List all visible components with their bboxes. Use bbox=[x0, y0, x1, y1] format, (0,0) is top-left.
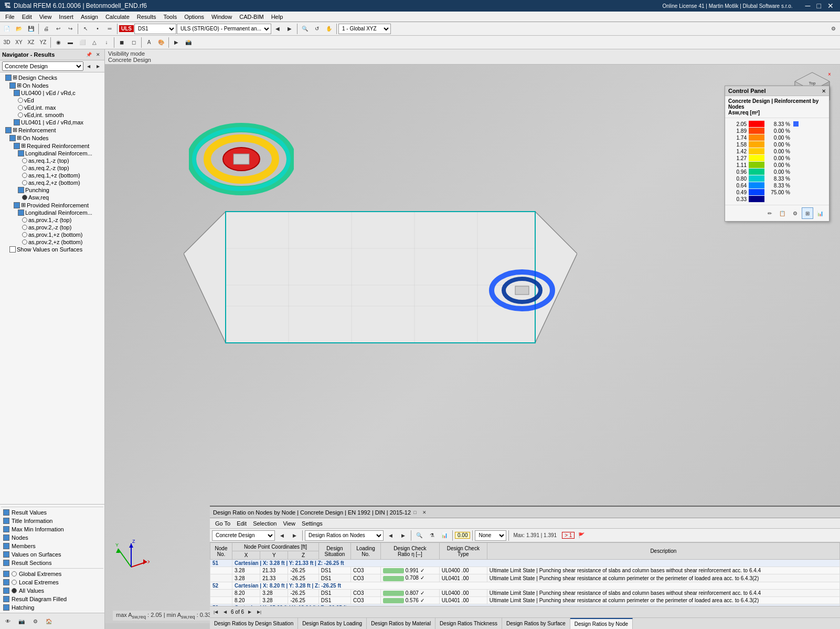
nav-category-select[interactable]: Concrete Design bbox=[2, 61, 83, 71]
select-btn[interactable]: ↖ bbox=[80, 23, 91, 35]
tree-ul0401[interactable]: UL0401 | vEd / vRd,max bbox=[1, 119, 103, 126]
results-zoom-btn[interactable]: 🔍 bbox=[413, 530, 425, 541]
show-loads-btn[interactable]: ↓ bbox=[101, 37, 112, 48]
check-nodes[interactable] bbox=[3, 534, 9, 541]
nav-next-btn[interactable]: ▶ bbox=[94, 62, 102, 70]
check-global-extremes[interactable] bbox=[3, 571, 9, 577]
page-last-btn[interactable]: ▶| bbox=[256, 609, 263, 616]
tree-asreq1-bot[interactable]: as,req.1,+z (bottom) bbox=[1, 172, 103, 179]
show-nodes-btn[interactable]: ◉ bbox=[52, 37, 64, 48]
nav-local-extremes[interactable]: Local Extremes bbox=[1, 578, 103, 586]
radio-local-extremes[interactable] bbox=[12, 580, 17, 585]
results-table-wrap[interactable]: NodeNo. Node Point Coordinates [ft] Desi… bbox=[210, 542, 840, 606]
tree-long-reinf-2[interactable]: Longitudinal Reinforcem... bbox=[1, 209, 103, 216]
view-xz-btn[interactable]: XZ bbox=[25, 37, 37, 48]
menu-file[interactable]: File bbox=[2, 13, 18, 20]
results-view-prev-btn[interactable]: ◀ bbox=[385, 530, 396, 541]
tree-check-on-nodes-1[interactable] bbox=[9, 82, 16, 89]
tree-check-provided-reinf[interactable] bbox=[14, 202, 20, 208]
color-btn[interactable]: 🎨 bbox=[155, 37, 167, 48]
view-3d-btn[interactable]: 3D bbox=[1, 37, 13, 48]
results-close-btn[interactable]: ✕ bbox=[420, 508, 429, 517]
tree-radio-asprov2-top[interactable] bbox=[22, 225, 27, 230]
tree-radio-asreq1-bot[interactable] bbox=[22, 173, 27, 178]
render-btn[interactable]: ◼ bbox=[116, 37, 127, 48]
page-next-btn[interactable]: ▶ bbox=[246, 609, 253, 616]
tab-design-ratios-node[interactable]: Design Ratios by Node bbox=[570, 618, 633, 629]
tab-design-ratios-loading[interactable]: Design Ratios by Loading bbox=[298, 618, 367, 629]
nav-all-values[interactable]: All Values bbox=[1, 586, 103, 595]
new-btn[interactable]: 📄 bbox=[1, 23, 13, 35]
title-bar-controls[interactable]: ─ □ ✕ bbox=[803, 2, 836, 10]
nav-members[interactable]: Members bbox=[1, 542, 103, 550]
tree-check-long-reinf-1[interactable] bbox=[18, 150, 24, 156]
tree-check-design-checks[interactable] bbox=[5, 75, 12, 81]
tree-check-on-nodes-2[interactable] bbox=[9, 135, 16, 141]
tree-check-show-values[interactable] bbox=[9, 246, 16, 253]
tree-ved-int-smooth[interactable]: vEd,int. smooth bbox=[1, 111, 103, 119]
tree-required-reinf[interactable]: ⊞ Required Reinforcement bbox=[1, 142, 103, 150]
nav-result-values[interactable]: Result Values bbox=[1, 508, 103, 517]
tree-radio-asreq1-top[interactable] bbox=[22, 158, 27, 163]
menu-cadbim[interactable]: CAD-BIM bbox=[236, 13, 267, 20]
tree-asreq1-top[interactable]: as,req.1,-z (top) bbox=[1, 157, 103, 164]
maximize-button[interactable]: □ bbox=[815, 2, 823, 10]
cp-close-btn[interactable]: ✕ bbox=[822, 88, 826, 94]
tree-check-punching[interactable] bbox=[18, 187, 24, 193]
check-maxmin-info[interactable] bbox=[3, 526, 9, 532]
cp-table-btn[interactable]: ⊞ bbox=[802, 207, 813, 219]
member-btn[interactable]: ═ bbox=[104, 23, 115, 35]
results-chart-btn[interactable]: 📊 bbox=[439, 530, 450, 541]
check-hatching[interactable] bbox=[3, 604, 9, 611]
results-design-select[interactable]: Concrete Design bbox=[212, 530, 275, 541]
save-btn[interactable]: 💾 bbox=[25, 23, 37, 35]
tab-design-ratios-material[interactable]: Design Ratios by Material bbox=[367, 618, 435, 629]
tree-on-nodes-2[interactable]: ⊞ On Nodes bbox=[1, 134, 103, 142]
print-btn[interactable]: 🖨 bbox=[40, 23, 52, 35]
tree-radio-ved-int-smooth[interactable] bbox=[18, 112, 23, 118]
results-maximize-btn[interactable]: □ bbox=[411, 508, 419, 517]
tree-radio-asprov2-bot[interactable] bbox=[22, 239, 27, 245]
tree-check-reinforcement[interactable] bbox=[5, 127, 12, 133]
undo-btn[interactable]: ↩ bbox=[52, 23, 64, 35]
coord-sys-select[interactable]: 1 - Global XYZ bbox=[338, 24, 391, 34]
nav-global-extremes[interactable]: Global Extremes bbox=[1, 570, 103, 578]
nav-icon-home-btn[interactable]: 🏠 bbox=[43, 615, 55, 627]
nav-title-info[interactable]: Title Information bbox=[1, 517, 103, 525]
tree-check-required-reinf[interactable] bbox=[14, 143, 20, 149]
menu-results[interactable]: Results bbox=[134, 13, 160, 20]
cp-copy-btn[interactable]: 📋 bbox=[777, 207, 788, 219]
tree-asreq2-bot[interactable]: as,req.2,+z (bottom) bbox=[1, 179, 103, 186]
next-load-btn[interactable]: ▶ bbox=[284, 23, 295, 35]
nav-pin-btn[interactable]: 📌 bbox=[84, 50, 93, 59]
tree-asprov1-top[interactable]: as,prov.1,-z (top) bbox=[1, 216, 103, 224]
results-view-next-btn[interactable]: ▶ bbox=[397, 530, 409, 541]
check-values-surfaces[interactable] bbox=[3, 551, 9, 558]
menu-insert[interactable]: Insert bbox=[56, 13, 77, 20]
redo-btn[interactable]: ↪ bbox=[65, 23, 76, 35]
tree-check-ul0400[interactable] bbox=[14, 90, 20, 96]
screenshot-btn[interactable]: 📸 bbox=[183, 37, 194, 48]
tree-on-nodes-1[interactable]: ⊞ On Nodes bbox=[1, 81, 103, 89]
results-next-btn[interactable]: ▶ bbox=[289, 530, 300, 541]
tree-show-values[interactable]: Show Values on Surfaces bbox=[1, 246, 103, 253]
radio-global-extremes[interactable] bbox=[12, 571, 17, 576]
results-filter-none[interactable]: None bbox=[475, 530, 506, 541]
tree-radio-aswreq[interactable] bbox=[22, 195, 27, 200]
nav-close-btn[interactable]: ✕ bbox=[94, 50, 102, 59]
tree-asprov2-bot[interactable]: as,prov.2,+z (bottom) bbox=[1, 238, 103, 246]
wireframe-btn[interactable]: ◻ bbox=[128, 37, 140, 48]
check-local-extremes[interactable] bbox=[3, 579, 9, 585]
tree-radio-asprov1-top[interactable] bbox=[22, 217, 27, 223]
nav-maxmin-info[interactable]: Max Min Information bbox=[1, 525, 103, 533]
zoom-btn[interactable]: 🔍 bbox=[299, 23, 311, 35]
tree-radio-asprov1-bot[interactable] bbox=[22, 232, 27, 237]
show-surfaces-btn[interactable]: ⬜ bbox=[77, 37, 88, 48]
rotate-btn[interactable]: ↺ bbox=[311, 23, 323, 35]
check-result-diagram[interactable] bbox=[3, 596, 9, 602]
results-menu-edit[interactable]: Edit bbox=[233, 520, 250, 527]
menu-assign[interactable]: Assign bbox=[78, 13, 101, 20]
results-view-select[interactable]: Design Ratios on Nodes bbox=[305, 530, 384, 541]
tree-asprov1-bot[interactable]: as,prov.1,+z (bottom) bbox=[1, 231, 103, 238]
show-supports-btn[interactable]: △ bbox=[89, 37, 100, 48]
